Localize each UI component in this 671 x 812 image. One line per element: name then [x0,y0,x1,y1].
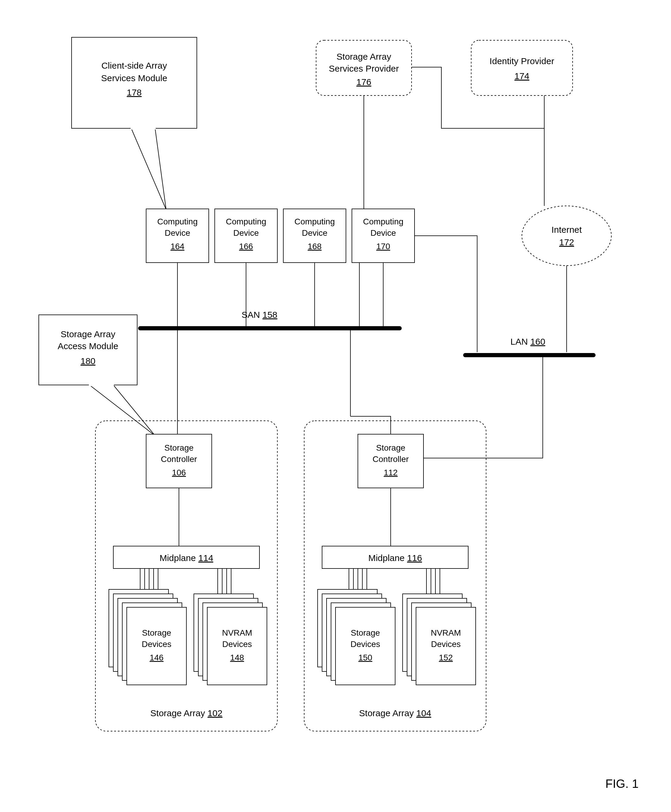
lan-bus: LAN 160 [465,337,593,355]
storage-array-102: Storage Controller 106 Midplane 114 [95,421,278,731]
callout-storage-access-module: Storage Array Access Module 180 [39,315,155,436]
svg-text:NVRAM: NVRAM [222,628,252,638]
callout1-num: 178 [127,87,141,97]
computing-device-168: Computing Device 168 [283,209,346,263]
svg-text:LAN  160: LAN 160 [511,337,545,346]
svg-marker-1 [131,128,166,210]
svg-text:180: 180 [80,356,95,366]
svg-text:Storage Array  102: Storage Array 102 [150,708,223,718]
idp-num: 174 [514,71,530,81]
svg-text:Device: Device [370,228,396,237]
svg-text:Device: Device [302,228,327,237]
svg-text:Storage Array  104: Storage Array 104 [359,708,431,718]
svg-text:Device: Device [165,228,190,237]
svg-text:166: 166 [239,242,253,251]
svg-point-26 [522,206,611,266]
svg-text:Storage: Storage [164,443,194,452]
nvram-devices-148: NVRAM Devices 148 [194,594,267,685]
sasp-num: 176 [356,77,371,87]
svg-text:Controller: Controller [373,454,409,464]
svg-rect-40 [89,382,114,386]
svg-text:Devices: Devices [141,640,172,649]
identity-provider: Identity Provider 174 [471,40,572,96]
sasp-l2: Services Provider [329,63,399,73]
idp-l1: Identity Provider [490,56,554,66]
svg-text:Controller: Controller [161,454,197,464]
svg-text:Storage: Storage [351,628,380,638]
svg-text:Devices: Devices [431,640,461,649]
svg-rect-4 [471,40,572,96]
storage-array-104: Storage Controller 112 Midplane 116 [304,421,486,731]
svg-text:SAN  158: SAN 158 [242,310,278,320]
internet-node: Internet 172 [522,206,611,266]
svg-text:Computing: Computing [295,217,335,226]
callout1-l2: Services Module [101,73,167,83]
svg-rect-2 [131,125,156,130]
svg-text:152: 152 [439,653,453,662]
svg-text:Storage: Storage [376,443,405,452]
storage-devices-150: Storage Devices 150 [318,589,395,685]
storage-controller-112: Storage Controller 112 [358,434,424,488]
svg-text:106: 106 [172,468,186,477]
svg-text:Access Module: Access Module [58,341,118,351]
svg-text:Midplane  114: Midplane 114 [160,553,213,563]
storage-devices-146: Storage Devices 146 [109,589,186,685]
svg-text:Computing: Computing [157,217,198,226]
svg-text:168: 168 [308,242,322,251]
svg-text:Device: Device [233,228,259,237]
callout-client-side-module: Client-side Array Services Module 178 [72,37,197,210]
computing-device-164: Computing Device 164 [146,209,209,263]
callout1-l1: Client-side Array [101,61,167,70]
svg-text:Devices: Devices [222,640,252,649]
computing-device-170: Computing Device 170 [352,209,414,263]
svg-text:148: 148 [230,653,244,662]
svg-text:Computing: Computing [226,217,266,226]
svg-text:146: 146 [150,653,164,662]
san-bus: SAN 158 [140,310,400,328]
sasp-l1: Storage Array [336,52,391,61]
midplane-116: Midplane 116 [322,546,468,568]
svg-text:172: 172 [559,237,574,247]
svg-text:Devices: Devices [351,640,380,649]
svg-text:NVRAM: NVRAM [431,628,461,638]
svg-text:164: 164 [170,242,185,251]
svg-text:170: 170 [376,242,390,251]
svg-text:112: 112 [384,468,398,477]
svg-text:Computing: Computing [363,217,403,226]
svg-text:Storage: Storage [142,628,171,638]
svg-text:Storage Array: Storage Array [61,329,115,339]
storage-controller-106: Storage Controller 106 [146,434,212,488]
computing-device-166: Computing Device 166 [215,209,278,263]
svg-text:Midplane  116: Midplane 116 [368,553,422,563]
midplane-114: Midplane 114 [113,546,259,568]
svg-text:150: 150 [358,653,373,662]
svg-text:Internet: Internet [552,225,582,235]
figure-label: FIG. 1 [605,777,639,790]
nvram-devices-152: NVRAM Devices 152 [403,594,476,685]
storage-array-services-provider: Storage Array Services Provider 176 [316,40,412,96]
svg-marker-39 [89,385,155,436]
